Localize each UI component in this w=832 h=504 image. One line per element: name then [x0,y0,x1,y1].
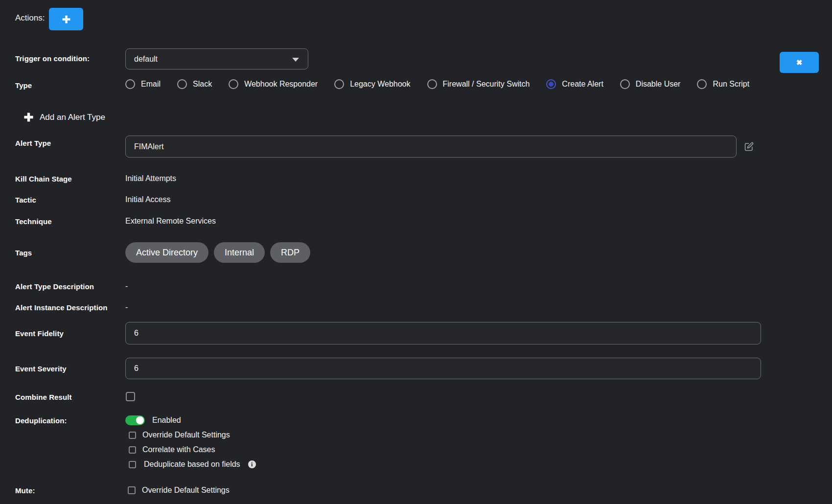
alert-instance-description-label: Alert Instance Description [15,303,107,312]
correlate-with-cases-label: Correlate with Cases [142,445,215,454]
remove-action-button[interactable]: ✖ [780,52,819,73]
radio-option-email[interactable]: Email [125,79,161,89]
plus-icon [23,112,34,123]
radio-option-slack[interactable]: Slack [177,79,212,89]
override-default-settings-label: Override Default Settings [142,431,230,439]
radio-option-legacy-webhook[interactable]: Legacy Webhook [334,79,410,89]
tags-label: Tags [15,249,32,257]
mute-override-checkbox[interactable] [128,486,136,494]
technique-label: Technique [15,217,52,226]
event-fidelity-input[interactable] [125,322,761,344]
correlate-with-cases-checkbox[interactable] [129,446,136,454]
deduplicate-based-on-fields-row: Deduplicate based on fields i [129,460,256,469]
actions-label: Actions: [15,13,45,23]
combine-result-label: Combine Result [15,393,72,401]
kill-chain-stage-value: Initial Attempts [125,174,176,183]
radio-circle-selected [546,79,556,89]
radio-circle [620,79,630,89]
radio-option-disable-user[interactable]: Disable User [620,79,681,89]
tag-pill-rdp[interactable]: RDP [270,242,310,263]
alert-instance-description-value: - [125,303,128,312]
radio-option-webhook-responder[interactable]: Webhook Responder [229,79,318,89]
radio-option-firewall-security-switch[interactable]: Firewall / Security Switch [427,79,530,89]
radio-circle [125,79,135,89]
pencil-square-icon[interactable] [744,142,754,151]
tags-list: Active Directory Internal RDP [125,242,310,263]
dedup-override-row: Override Default Settings [129,431,230,439]
deduplicate-based-on-fields-checkbox[interactable] [129,461,136,468]
radio-circle [229,79,238,89]
trigger-condition-selected-value: default [126,55,158,64]
event-severity-input[interactable] [125,358,761,379]
tag-pill-internal[interactable]: Internal [214,242,265,263]
radio-option-create-alert[interactable]: Create Alert [546,79,603,89]
chevron-down-icon [292,58,299,62]
radio-circle [427,79,437,89]
info-icon[interactable]: i [248,460,256,468]
radio-option-run-script[interactable]: Run Script [697,79,749,89]
deduplication-toggle[interactable] [125,415,145,425]
override-default-settings-checkbox[interactable] [129,432,136,439]
radio-circle [697,79,707,89]
mute-override-label: Override Default Settings [142,486,230,495]
event-fidelity-label: Event Fidelity [15,329,64,338]
mute-override-row: Override Default Settings [128,486,230,495]
tactic-label: Tactic [15,196,36,204]
technique-value: External Remote Services [125,217,216,226]
deduplication-toggle-label: Enabled [152,416,181,425]
deduplication-label: Deduplication: [15,416,67,425]
deduplication-toggle-row: Enabled [125,415,181,425]
tactic-value: Initial Access [125,195,170,204]
plus-icon [61,14,71,24]
alert-type-description-label: Alert Type Description [15,282,94,291]
alert-action-config-panel: Actions: Trigger on condition: default ✖… [0,0,832,504]
mute-label: Mute: [15,486,35,495]
combine-result-checkbox[interactable] [126,392,135,401]
add-alert-type-label: Add an Alert Type [40,113,105,122]
alert-type-label: Alert Type [15,139,51,147]
kill-chain-stage-label: Kill Chain Stage [15,175,72,183]
trigger-condition-dropdown[interactable]: default [125,48,308,69]
type-label: Type [15,81,32,90]
add-action-button[interactable] [49,8,83,30]
add-alert-type-link[interactable]: Add an Alert Type [23,112,105,123]
alert-type-input[interactable] [125,136,737,158]
deduplicate-based-on-fields-label: Deduplicate based on fields [144,460,240,469]
tag-pill-active-directory[interactable]: Active Directory [125,242,208,263]
alert-type-description-value: - [125,282,128,291]
radio-circle [177,79,187,89]
action-type-radio-group: Email Slack Webhook Responder Legacy Web… [125,79,749,89]
event-severity-label: Event Severity [15,365,67,373]
x-icon: ✖ [796,58,803,67]
correlate-with-cases-row: Correlate with Cases [129,445,215,454]
radio-circle [334,79,344,89]
trigger-on-condition-label: Trigger on condition: [15,54,90,63]
